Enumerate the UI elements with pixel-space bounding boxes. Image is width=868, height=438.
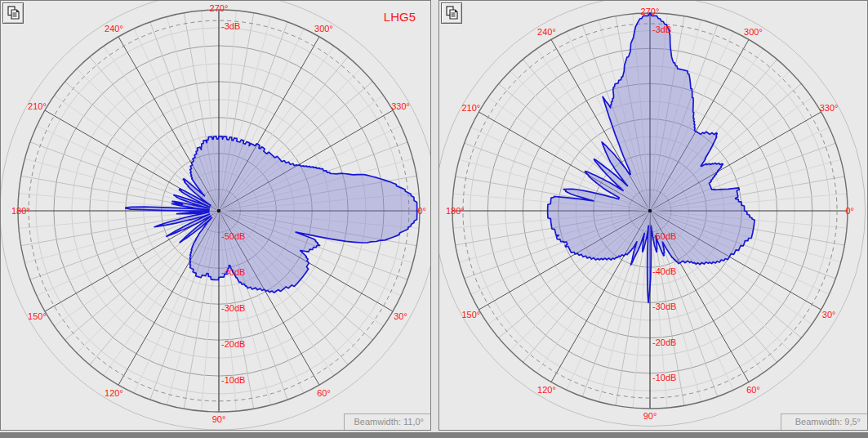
svg-text:30°: 30° [822,310,836,320]
svg-text:-50dB: -50dB [221,231,245,241]
svg-text:-20dB: -20dB [221,339,245,349]
window-bottom-bar [0,432,868,438]
svg-text:0°: 0° [845,206,854,216]
svg-text:180°: 180° [446,206,465,216]
svg-text:150°: 150° [462,310,481,320]
beamwidth-status-right: Beamwidth: 9,5° [781,413,867,430]
svg-text:180°: 180° [11,206,30,216]
svg-text:-30dB: -30dB [652,302,676,311]
svg-text:90°: 90° [643,411,657,421]
polar-chart-right: 0°30°60°90°120°150°180°210°240°270°300°3… [439,1,867,433]
svg-text:0°: 0° [417,206,426,216]
svg-text:210°: 210° [462,103,481,113]
svg-text:-10dB: -10dB [221,375,245,385]
svg-text:240°: 240° [537,27,556,37]
pattern-panel-left: 0°30°60°90°120°150°180°210°240°270°300°3… [0,0,431,431]
svg-text:270°: 270° [641,7,660,16]
svg-text:-20dB: -20dB [652,337,676,347]
beamwidth-status-left: Beamwidth: 11,0° [344,413,430,430]
svg-text:120°: 120° [105,388,123,398]
svg-text:-40dB: -40dB [221,267,245,277]
polar-chart-left: 0°30°60°90°120°150°180°210°240°270°300°3… [1,1,430,433]
copy-chart-button-right[interactable] [441,2,462,24]
svg-text:300°: 300° [744,27,763,37]
svg-text:150°: 150° [28,311,47,321]
svg-text:-50dB: -50dB [652,231,676,241]
copy-icon [444,5,459,22]
svg-text:120°: 120° [537,385,556,395]
svg-text:30°: 30° [394,311,407,321]
pattern-panel-right: 0°30°60°90°120°150°180°210°240°270°300°3… [438,0,868,431]
svg-text:-10dB: -10dB [652,373,676,382]
svg-text:-3dB: -3dB [652,25,671,34]
copy-icon [6,5,20,22]
svg-text:-30dB: -30dB [221,303,245,313]
antenna-model-label: LHG5 [384,10,416,24]
svg-text:210°: 210° [28,101,47,111]
svg-text:240°: 240° [105,24,123,34]
svg-text:90°: 90° [212,414,226,424]
svg-text:330°: 330° [820,103,839,113]
svg-text:330°: 330° [391,101,410,111]
svg-text:270°: 270° [210,3,229,13]
svg-text:60°: 60° [317,388,331,398]
svg-text:-3dB: -3dB [221,21,240,31]
svg-text:-40dB: -40dB [652,266,676,276]
svg-text:300°: 300° [314,24,333,34]
antenna-pattern-viewer-window: 0°30°60°90°120°150°180°210°240°270°300°3… [0,0,868,438]
svg-text:60°: 60° [746,385,760,395]
copy-chart-button-left[interactable] [2,2,24,24]
